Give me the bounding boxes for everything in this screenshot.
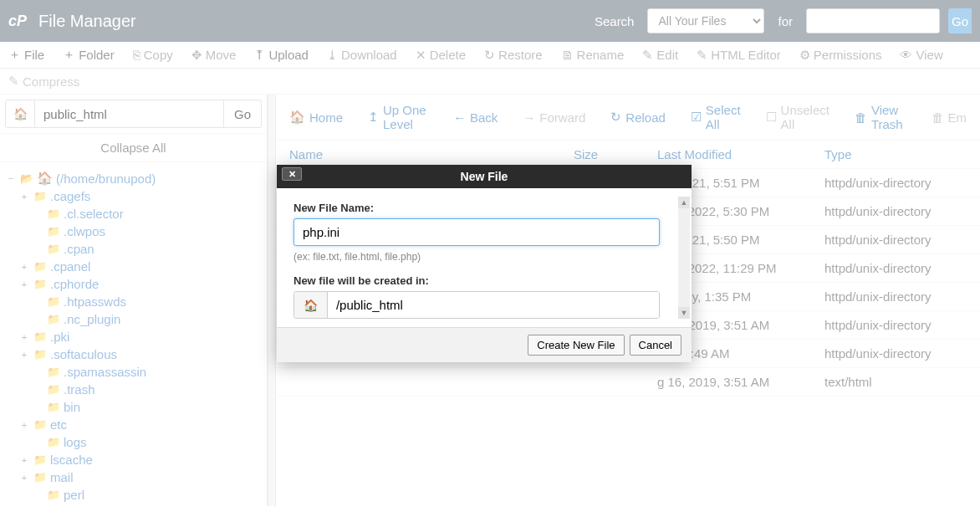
tree-item[interactable]: +📁.cpan [5,240,263,258]
create-new-file-button[interactable]: Create New File [528,335,624,356]
expand-icon[interactable]: + [18,420,30,430]
permissions-button[interactable]: ⚙Permissions [799,48,882,63]
scroll-up-icon[interactable]: ▲ [678,197,690,208]
copy-button[interactable]: ⎘Copy [133,48,173,62]
tree-item[interactable]: +📁.clwpos [5,223,263,240]
tree-item-label: .trash [64,382,95,397]
home-icon-button[interactable]: 🏠 [5,100,35,128]
modal-scrollbar[interactable] [678,197,690,319]
folder-icon: 📁 [47,489,60,501]
compress-button[interactable]: ✎ Compress [8,74,972,89]
location-input[interactable] [35,100,224,128]
edit-button[interactable]: ✎Edit [642,48,678,63]
select-all-button[interactable]: ☑Select All [691,103,741,131]
view-trash-button[interactable]: 🗑View Trash [855,103,906,131]
cancel-button[interactable]: Cancel [630,335,681,356]
folder-tree: − 📂 🏠 (/home/brunupod) +📁.cagefs+📁.cl.se… [0,162,267,506]
location-label: New file will be created in: [293,274,660,287]
restore-icon: ↻ [484,48,495,63]
folder-icon: 📁 [33,471,47,484]
search-input[interactable] [806,8,940,33]
tree-item-label: bin [64,400,80,414]
type-cell: httpd/unix-directory [824,176,967,190]
col-size-header[interactable]: Size [574,147,657,161]
trash-icon: 🗑 [855,110,867,125]
collapse-all-button[interactable]: Collapse All [0,134,267,162]
tree-item[interactable]: +📁perl [5,486,263,504]
tree-root[interactable]: − 📂 🏠 (/home/brunupod) [5,169,263,187]
table-row[interactable]: g 16, 2019, 3:51 AMtext/html [276,368,980,397]
expand-icon[interactable]: + [18,455,30,465]
tree-item[interactable]: +📁.pki [5,328,263,345]
collapse-icon[interactable]: − [5,173,17,183]
tree-item[interactable]: +📁lscache [5,451,263,468]
forward-button[interactable]: →Forward [523,103,585,131]
tree-item[interactable]: +📁.cpanel [5,258,263,275]
location-row: 🏠 [293,291,660,319]
restore-button[interactable]: ↻Restore [484,48,543,63]
compress-icon: ✎ [8,74,19,89]
tree-item[interactable]: +📁.spamassassin [5,363,263,381]
tree-item-label: logs [64,435,87,449]
move-button[interactable]: ✥Move [191,48,237,63]
folder-icon: 📁 [33,453,47,466]
folder-open-icon: 📂 [20,172,33,185]
delete-button[interactable]: ✕Delete [416,48,466,63]
folder-button[interactable]: ＋Folder [63,47,115,63]
col-type-header[interactable]: Type [824,147,967,161]
view-button[interactable]: 👁View [900,48,942,62]
reload-button[interactable]: ↻Reload [610,103,666,131]
type-cell: httpd/unix-directory [824,204,967,218]
pane-divider[interactable] [268,95,276,506]
tree-item[interactable]: +📁.htpasswds [5,293,263,310]
expand-icon[interactable]: + [18,473,30,483]
folder-icon: 📁 [33,260,47,273]
folder-icon: 📁 [47,295,60,308]
col-modified-header[interactable]: Last Modified [657,147,824,161]
html-editor-button[interactable]: ✎HTML Editor [697,48,781,63]
scroll-down-icon[interactable]: ▼ [678,307,690,319]
tree-item-label: .nc_plugin [64,312,120,326]
app-header: cP File Manager Search All Your Files fo… [0,0,980,42]
modal-title: New File [461,170,508,183]
trash-icon: 🗑 [932,110,944,125]
tree-item-label: .pki [50,330,69,344]
download-button[interactable]: ⤓Download [327,48,397,63]
tree-item[interactable]: +📁bin [5,398,263,416]
home-button[interactable]: 🏠Home [289,103,343,131]
search-scope-select[interactable]: All Your Files [647,8,764,33]
tree-item-label: .cl.selector [64,207,124,221]
location-path-input[interactable] [328,292,659,318]
file-button[interactable]: ＋File [8,47,44,63]
back-button[interactable]: ←Back [453,103,498,131]
type-cell: httpd/unix-directory [824,233,967,247]
expand-icon[interactable]: + [18,262,30,272]
action-bar: 🏠Home ↥Up One Level ←Back →Forward ↻Relo… [276,95,980,141]
expand-icon[interactable]: + [18,279,30,289]
expand-icon[interactable]: + [18,350,30,360]
modal-close-button[interactable]: ✕ [282,167,302,181]
location-go-button[interactable]: Go [224,100,262,128]
tree-item[interactable]: +📁etc [5,416,263,433]
filename-input[interactable] [293,218,660,246]
tree-item-label: .cagefs [50,189,90,203]
empty-trash-button[interactable]: 🗑Em [932,103,967,131]
expand-icon[interactable]: + [18,332,30,342]
tree-item[interactable]: +📁.cagefs [5,187,263,205]
upload-button[interactable]: ⤒Upload [254,48,309,63]
tree-item[interactable]: +📁.cl.selector [5,205,263,223]
tree-item[interactable]: +📁.trash [5,381,263,398]
tree-item[interactable]: +📁logs [5,433,263,451]
tree-item[interactable]: +📁.cphorde [5,275,263,293]
search-go-button[interactable]: Go [948,8,972,33]
unselect-all-button[interactable]: ☐Unselect All [766,103,829,131]
modal-title-bar[interactable]: ✕ New File [277,165,692,188]
expand-icon[interactable]: + [18,192,30,202]
location-home-button[interactable]: 🏠 [294,292,328,318]
tree-item[interactable]: +📁.nc_plugin [5,310,263,328]
rename-button[interactable]: 🗎Rename [561,48,625,62]
tree-item[interactable]: +📁.softaculous [5,345,263,363]
col-name-header[interactable]: Name [289,147,574,161]
tree-item[interactable]: +📁mail [5,468,263,486]
up-one-level-button[interactable]: ↥Up One Level [368,103,428,131]
